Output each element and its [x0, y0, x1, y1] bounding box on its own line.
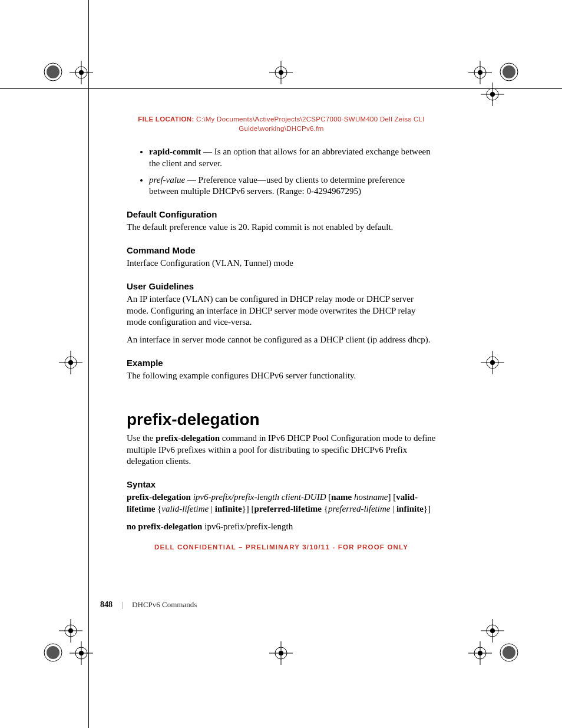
user-guidelines-p2: An interface in server mode cannot be co…: [127, 334, 436, 346]
registration-mark-icon: [269, 61, 293, 84]
example-text: The following example configures DHCPv6 …: [127, 370, 436, 382]
command-title: prefix-delegation: [127, 410, 436, 429]
default-configuration-text: The default preference value is 20. Rapi…: [127, 222, 436, 233]
registration-mark-icon: [468, 61, 492, 84]
page-number: 848: [100, 600, 113, 609]
command-mode-text: Interface Configuration (VLAN, Tunnel) m…: [127, 258, 436, 269]
registration-circle-icon: [499, 643, 519, 663]
svg-point-41: [478, 651, 482, 655]
heading-command-mode: Command Mode: [127, 245, 436, 255]
file-location-header: FILE LOCATION: C:\My Documents\ActivePro…: [127, 115, 436, 133]
file-location-label: FILE LOCATION:: [138, 116, 194, 123]
parameter-list: rapid-commit — Is an option that allows …: [127, 146, 436, 197]
svg-point-51: [490, 628, 495, 633]
svg-point-47: [68, 628, 73, 633]
file-location-path1: C:\My Documents\ActiveProjects\2CSPC7000…: [196, 116, 425, 123]
chapter-name: DHCPv6 Commands: [132, 600, 197, 609]
svg-point-5: [79, 70, 84, 75]
file-location-path2: Guide\working\DHCPv6.fm: [239, 125, 323, 132]
registration-mark-icon: [468, 641, 492, 665]
registration-circle-icon: [43, 62, 63, 82]
svg-point-13: [478, 70, 482, 75]
command-intro: Use the prefix-delegation command in IPv…: [127, 433, 436, 467]
registration-mark-icon: [481, 619, 504, 643]
heading-example: Example: [127, 358, 436, 368]
registration-mark-icon: [481, 351, 504, 374]
crop-line-horizontal: [0, 88, 562, 89]
heading-syntax: Syntax: [127, 479, 436, 489]
svg-point-43: [503, 646, 515, 659]
registration-mark-icon: [70, 641, 93, 665]
user-guidelines-p1: An IP interface (VLAN) can be configured…: [127, 294, 436, 328]
svg-point-15: [503, 65, 515, 78]
registration-circle-icon: [499, 62, 519, 82]
svg-point-23: [68, 360, 73, 365]
param-rapid-commit: rapid-commit: [149, 147, 201, 156]
list-item: pref-value — Preference value—used by cl…: [149, 174, 436, 198]
registration-mark-icon: [269, 641, 293, 665]
registration-mark-icon: [481, 83, 504, 106]
svg-point-19: [490, 92, 495, 97]
page-footer: 848 | DHCPv6 Commands: [100, 600, 197, 610]
confidential-banner: DELL CONFIDENTIAL – PRELIMINARY 3/10/11 …: [127, 543, 436, 551]
footer-separator: |: [121, 600, 123, 609]
syntax-line-1: prefix-delegation ipv6-prefix/prefix-len…: [127, 492, 436, 515]
registration-mark-icon: [59, 351, 82, 374]
svg-point-9: [279, 70, 283, 75]
svg-point-29: [47, 646, 59, 659]
svg-point-1: [47, 65, 59, 78]
heading-default-configuration: Default Configuration: [127, 209, 436, 219]
registration-mark-icon: [59, 619, 82, 643]
registration-mark-icon: [70, 61, 93, 84]
registration-circle-icon: [43, 643, 63, 663]
svg-point-33: [79, 651, 84, 655]
list-item: rapid-commit — Is an option that allows …: [149, 146, 436, 170]
svg-point-37: [279, 651, 283, 655]
page-content: FILE LOCATION: C:\My Documents\ActivePro…: [127, 115, 436, 551]
syntax-line-2: no prefix-delegation ipv6-prefix/prefix-…: [127, 521, 436, 533]
svg-point-27: [490, 360, 495, 365]
param-pref-value: pref-value: [149, 175, 185, 185]
heading-user-guidelines: User Guidelines: [127, 281, 436, 291]
crop-line-vertical: [88, 0, 89, 728]
